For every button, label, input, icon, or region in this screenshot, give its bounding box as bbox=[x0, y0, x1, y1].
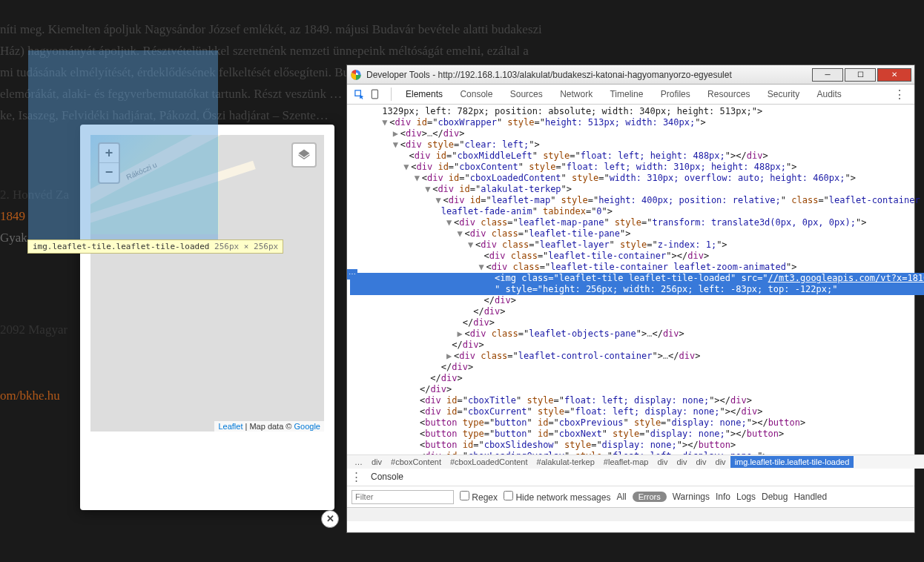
tab-resources[interactable]: Resources bbox=[707, 89, 750, 99]
layers-icon bbox=[297, 148, 311, 162]
inspect-icon bbox=[354, 89, 365, 100]
map-attribution: Leaflet | Map data © Google bbox=[214, 421, 324, 432]
tab-timeline[interactable]: Timeline bbox=[610, 89, 643, 99]
crumb[interactable]: div bbox=[653, 457, 672, 466]
crumb[interactable]: #cboxLoadedContent bbox=[446, 457, 532, 466]
tab-profiles[interactable]: Profiles bbox=[661, 89, 690, 99]
inspect-element-button[interactable] bbox=[352, 87, 366, 102]
console-drawer: ⋮ Console Regex Hide network messages Al… bbox=[347, 466, 914, 521]
level-errors[interactable]: Errors bbox=[633, 492, 667, 502]
tab-network[interactable]: Network bbox=[560, 89, 593, 99]
crumb[interactable]: div bbox=[711, 457, 730, 466]
devtools-titlebar[interactable]: Developer Tools - http://192.168.1.103/a… bbox=[347, 65, 914, 85]
chrome-icon bbox=[350, 69, 362, 81]
tab-security[interactable]: Security bbox=[768, 89, 799, 99]
svg-rect-2 bbox=[372, 90, 377, 99]
regex-checkbox[interactable]: Regex bbox=[460, 491, 498, 503]
crumb-selected[interactable]: img.leaflet-tile.leaflet-tile-loaded bbox=[730, 456, 854, 468]
level-info[interactable]: Info bbox=[716, 492, 730, 502]
tab-console[interactable]: Console bbox=[460, 89, 492, 99]
breadcrumb[interactable]: … div #cboxContent #cboxLoadedContent #a… bbox=[347, 454, 924, 469]
window-maximize-button[interactable]: ☐ bbox=[845, 68, 876, 82]
crumb[interactable]: div bbox=[672, 457, 691, 466]
console-filter-input[interactable] bbox=[352, 490, 454, 504]
devtools-window: Developer Tools - http://192.168.1.103/a… bbox=[347, 65, 914, 532]
leaflet-link[interactable]: Leaflet bbox=[218, 422, 242, 431]
device-icon bbox=[370, 89, 380, 99]
crumb[interactable]: #cboxContent bbox=[386, 457, 446, 466]
element-highlight-overlay bbox=[28, 50, 218, 240]
window-close-button[interactable]: ✕ bbox=[877, 68, 911, 82]
tooltip-height: 256px bbox=[254, 242, 278, 251]
hide-network-checkbox[interactable]: Hide network messages bbox=[504, 491, 610, 503]
devtools-menu-button[interactable]: ⋮ bbox=[889, 87, 910, 102]
dom-tree[interactable]: 1329px; left: 782px; position: absolute;… bbox=[347, 105, 924, 454]
window-minimize-button[interactable]: ─ bbox=[812, 68, 843, 82]
level-warnings[interactable]: Warnings bbox=[673, 492, 710, 502]
devtools-toolbar: Elements Console Sources Network Timelin… bbox=[347, 85, 914, 105]
level-logs[interactable]: Logs bbox=[736, 492, 756, 502]
selected-line-gutter: ⋯ bbox=[347, 269, 357, 280]
crumb[interactable]: … bbox=[350, 457, 367, 466]
level-handled[interactable]: Handled bbox=[793, 492, 827, 502]
crumb[interactable]: #leaflet-map bbox=[599, 457, 653, 466]
devtools-title: Developer Tools - http://192.168.1.103/a… bbox=[366, 70, 811, 80]
crumb[interactable]: div bbox=[367, 457, 386, 466]
lightbox-close-button[interactable]: ✕ bbox=[321, 510, 339, 528]
level-all[interactable]: All bbox=[616, 492, 626, 502]
drawer-menu-button[interactable]: ⋮ bbox=[351, 470, 362, 483]
google-link[interactable]: Google bbox=[294, 422, 320, 431]
devtools-tabs: Elements Console Sources Network Timelin… bbox=[398, 89, 849, 99]
crumb[interactable]: div bbox=[692, 457, 711, 466]
devtools-statusbar bbox=[347, 507, 914, 521]
elements-panel[interactable]: ⋯ 1329px; left: 782px; position: absolut… bbox=[347, 105, 924, 466]
crumb[interactable]: #alakulat-terkep bbox=[532, 457, 599, 466]
tooltip-width: 256px bbox=[214, 242, 239, 251]
tab-sources[interactable]: Sources bbox=[510, 89, 543, 99]
tab-audits[interactable]: Audits bbox=[817, 89, 842, 99]
article-line: níti meg. Kiemelten ápoljuk Nagysándor J… bbox=[0, 19, 638, 40]
element-highlight-tooltip: img.leaflet-tile.leaflet-tile-loaded 256… bbox=[27, 239, 283, 254]
layers-button[interactable] bbox=[291, 142, 317, 168]
tooltip-sep: × bbox=[244, 242, 254, 251]
device-mode-button[interactable] bbox=[368, 87, 383, 102]
drawer-tab-console[interactable]: Console bbox=[371, 472, 403, 482]
tab-elements[interactable]: Elements bbox=[406, 89, 443, 99]
level-debug[interactable]: Debug bbox=[762, 492, 788, 502]
tooltip-selector: img.leaflet-tile.leaflet-tile-loaded bbox=[33, 242, 209, 251]
